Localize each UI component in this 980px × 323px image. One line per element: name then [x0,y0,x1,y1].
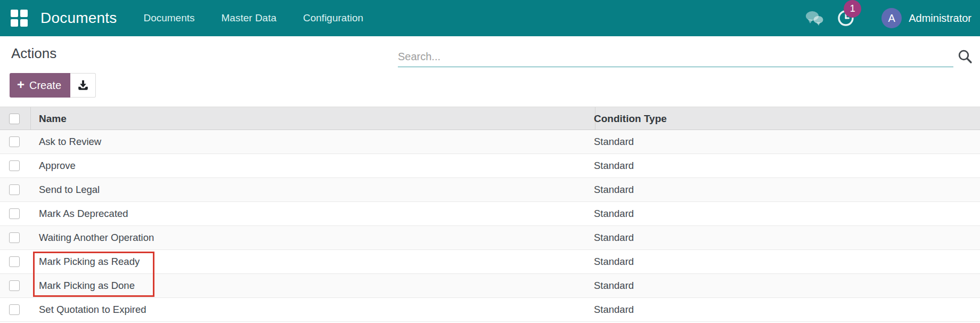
control-panel: Actions + Create [0,36,980,107]
actions-list-table: Name Condition Type Ask to Review Standa… [0,107,980,322]
row-condition-cell[interactable]: Standard [594,298,634,321]
row-condition-cell[interactable]: Standard [594,154,634,177]
apps-grid-square [11,10,18,17]
menu-configuration[interactable]: Configuration [303,0,363,36]
row-checkbox[interactable] [9,160,20,171]
export-download-button[interactable] [70,73,96,98]
table-row-highlighted[interactable]: Mark Picking as Ready Standard [0,250,980,274]
menu-documents[interactable]: Documents [143,0,194,36]
row-checkbox[interactable] [9,184,20,195]
column-header-condition-type[interactable]: Condition Type [594,107,667,130]
app-brand-title[interactable]: Documents [40,10,117,27]
user-name[interactable]: Administrator [909,12,971,25]
search-bar [398,47,974,69]
row-condition-cell[interactable]: Standard [594,250,634,273]
row-condition-cell[interactable]: Standard [594,178,634,201]
user-avatar[interactable]: A [881,8,902,28]
table-row[interactable]: Send to Legal Standard [0,178,980,202]
row-name-cell[interactable]: Waiting Another Operation [39,226,154,249]
search-icon[interactable] [957,49,973,64]
select-all-checkbox[interactable] [9,114,20,124]
create-button-label: Create [29,79,61,92]
row-name-cell[interactable]: Ask to Review [39,130,101,154]
row-name-cell[interactable]: Set Quotation to Expired [39,298,146,321]
search-input[interactable] [398,47,953,67]
row-condition-cell[interactable]: Standard [594,226,634,249]
table-row[interactable]: Ask to Review Standard [0,130,980,154]
plus-icon: + [17,78,24,93]
header-divider [30,107,31,130]
row-checkbox[interactable] [9,232,20,243]
navbar-right-cluster: 1 A Administrator [805,8,975,28]
row-checkbox[interactable] [9,208,20,219]
messages-icon[interactable] [805,10,824,26]
apps-grid-square [20,10,28,17]
row-name-cell[interactable]: Approve [39,154,76,177]
row-checkbox[interactable] [9,136,20,147]
row-condition-cell[interactable]: Standard [594,130,634,154]
download-icon [77,79,89,91]
table-row[interactable]: Approve Standard [0,154,980,178]
apps-grid-square [11,19,18,27]
table-row-highlighted[interactable]: Mark Picking as Done Standard [0,274,980,298]
create-button[interactable]: + Create [10,73,70,98]
row-name-cell[interactable]: Send to Legal [39,178,100,201]
row-name-cell[interactable]: Mark Picking as Done [39,274,135,297]
table-header-row: Name Condition Type [0,107,980,130]
apps-grid-icon[interactable] [11,10,28,27]
main-menu: Documents Master Data Configuration [143,0,363,36]
menu-master-data[interactable]: Master Data [222,0,276,36]
activity-clock-container: 1 [837,9,855,27]
table-row[interactable]: Set Quotation to Expired Standard [0,298,980,322]
top-navbar: Documents Documents Master Data Configur… [0,0,980,36]
page-title: Actions [11,45,56,62]
table-row[interactable]: Waiting Another Operation Standard [0,226,980,250]
action-button-group: + Create [10,73,96,98]
table-row[interactable]: Mark As Deprecated Standard [0,202,980,226]
apps-grid-square [20,19,28,27]
row-checkbox[interactable] [9,304,20,315]
column-header-name[interactable]: Name [39,107,67,130]
row-checkbox[interactable] [9,280,20,291]
row-checkbox[interactable] [9,256,20,267]
activity-count-badge[interactable]: 1 [844,0,861,18]
row-condition-cell[interactable]: Standard [594,274,634,297]
row-name-cell[interactable]: Mark Picking as Ready [39,250,140,273]
row-name-cell[interactable]: Mark As Deprecated [39,202,128,225]
row-condition-cell[interactable]: Standard [594,202,634,225]
